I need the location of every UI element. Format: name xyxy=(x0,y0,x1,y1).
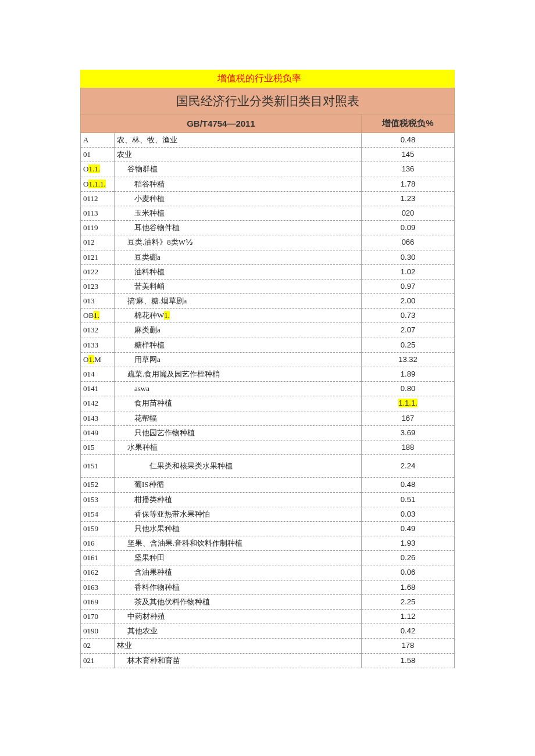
row-code: 0123 xyxy=(81,279,115,293)
row-value: 0.49 xyxy=(362,521,455,536)
table-row: 013搞'麻、糖.烟草剧a2.00 xyxy=(81,294,455,309)
row-code: 014 xyxy=(81,367,115,382)
row-value: 1.1.1. xyxy=(362,396,455,411)
table-row: 0159只他水果种植0.49 xyxy=(81,521,455,536)
row-code: 0152 xyxy=(81,478,115,492)
table-row: 0141aswa0.80 xyxy=(81,382,455,396)
row-name: 花帮幅 xyxy=(115,411,362,425)
table-row: 0190其他农业0.42 xyxy=(81,624,455,639)
row-value: 0.09 xyxy=(362,221,455,235)
row-code: 0163 xyxy=(81,580,115,594)
page-banner: 增值税的行业税负率 xyxy=(80,70,455,88)
row-name: 豆类硼a xyxy=(115,250,362,264)
row-value: 3.69 xyxy=(362,425,455,440)
row-code: 0169 xyxy=(81,594,115,609)
table-row: 0142食用苗种植1.1.1. xyxy=(81,396,455,411)
row-value: 0.03 xyxy=(362,507,455,521)
row-code: 016 xyxy=(81,536,115,551)
table-row: 0121豆类硼a0.30 xyxy=(81,250,455,264)
row-name: 棉花种W1. xyxy=(115,309,362,323)
row-code: 0142 xyxy=(81,396,115,411)
row-code: 015 xyxy=(81,440,115,454)
row-name: 香保等亚热带水果种怕 xyxy=(115,507,362,521)
header-left: GB/T4754—2011 xyxy=(81,114,362,133)
row-code: 0149 xyxy=(81,425,115,440)
row-code: OB1. xyxy=(81,309,115,323)
row-code: 0112 xyxy=(81,191,115,206)
row-code: A xyxy=(81,133,115,148)
row-value: 020 xyxy=(362,206,455,220)
row-code: O1.1.1. xyxy=(81,177,115,191)
table-row: 0112小麦种植1.23 xyxy=(81,191,455,206)
row-name: 柑播类种植 xyxy=(115,492,362,507)
table-row: 0122油料种植1.02 xyxy=(81,264,455,279)
row-name: 耳他谷物件植 xyxy=(115,221,362,235)
row-name: 谷物群植 xyxy=(115,162,362,177)
row-value: 2.00 xyxy=(362,294,455,309)
table-row: 0161坚果种田0.26 xyxy=(81,551,455,565)
table-row: A农、林、牧、渔业0.48 xyxy=(81,133,455,148)
row-name: 苦美料峭 xyxy=(115,279,362,293)
row-code: 01 xyxy=(81,148,115,162)
table-row: 0151仁果类和核果类水果种植2.24 xyxy=(81,455,455,478)
table-row: O1.1.1.稻谷种精1.78 xyxy=(81,177,455,191)
table-row: 01农业145 xyxy=(81,148,455,162)
row-value: 13.32 xyxy=(362,352,455,367)
row-name: 玉米种植 xyxy=(115,206,362,220)
table-row: 0169茶及其他伏料作物种植2.25 xyxy=(81,594,455,609)
banner-text: 增值税的行业税负率 xyxy=(80,73,301,83)
row-value: 1.78 xyxy=(362,177,455,191)
row-value: 1.02 xyxy=(362,264,455,279)
table-row: 021林木育种和育苗1.58 xyxy=(81,653,455,668)
row-code: 0161 xyxy=(81,551,115,565)
row-code: O1.M xyxy=(81,352,115,367)
row-name: 农业 xyxy=(115,148,362,162)
table-row: 0132麻类蒯a2.07 xyxy=(81,323,455,338)
row-name: 其他农业 xyxy=(115,624,362,639)
row-value: 1.23 xyxy=(362,191,455,206)
row-name: 林木育种和育苗 xyxy=(115,653,362,668)
row-code: 0113 xyxy=(81,206,115,220)
row-value: 0.30 xyxy=(362,250,455,264)
table-row: 0143花帮幅167 xyxy=(81,411,455,425)
row-name: 小麦种植 xyxy=(115,191,362,206)
row-value: 066 xyxy=(362,235,455,250)
row-value: 2.24 xyxy=(362,455,455,478)
row-name: 稻谷种精 xyxy=(115,177,362,191)
table-row: 0113玉米种植020 xyxy=(81,206,455,220)
row-code: 0133 xyxy=(81,338,115,352)
row-name: 中药材种殖 xyxy=(115,610,362,624)
row-code: 0143 xyxy=(81,411,115,425)
row-value: 1.89 xyxy=(362,367,455,382)
row-value: 1.93 xyxy=(362,536,455,551)
row-name: 豆类.油料》8类W⅓ xyxy=(115,235,362,250)
row-name: 含油果种植 xyxy=(115,565,362,580)
row-name: 食用苗种植 xyxy=(115,396,362,411)
row-code: 0170 xyxy=(81,610,115,624)
row-name: 茶及其他伏料作物种植 xyxy=(115,594,362,609)
table-row: 016坚果、含油果.音科和饮料作制种植1.93 xyxy=(81,536,455,551)
row-value: 0.80 xyxy=(362,382,455,396)
row-code: 0190 xyxy=(81,624,115,639)
row-name: 水果种植 xyxy=(115,440,362,454)
row-code: 0141 xyxy=(81,382,115,396)
table-row: 0163香料作物种植1.68 xyxy=(81,580,455,594)
row-name: 糖样种植 xyxy=(115,338,362,352)
row-value: 0.48 xyxy=(362,133,455,148)
row-value: 0.48 xyxy=(362,478,455,492)
row-value: 178 xyxy=(362,639,455,653)
row-value: 1.68 xyxy=(362,580,455,594)
table-row: 014疏菜.食用籭及园艺作桎种梢1.89 xyxy=(81,367,455,382)
row-value: 0.73 xyxy=(362,309,455,323)
table-row: 0152葡IS种循0.48 xyxy=(81,478,455,492)
row-code: 0162 xyxy=(81,565,115,580)
row-name: 香料作物种植 xyxy=(115,580,362,594)
table-row: 015水果种植188 xyxy=(81,440,455,454)
row-name: 林业 xyxy=(115,639,362,653)
table-row: O1.1.谷物群植136 xyxy=(81,162,455,177)
row-value: 1.12 xyxy=(362,610,455,624)
row-value: 136 xyxy=(362,162,455,177)
row-value: 0.42 xyxy=(362,624,455,639)
row-value: 145 xyxy=(362,148,455,162)
row-value: 188 xyxy=(362,440,455,454)
